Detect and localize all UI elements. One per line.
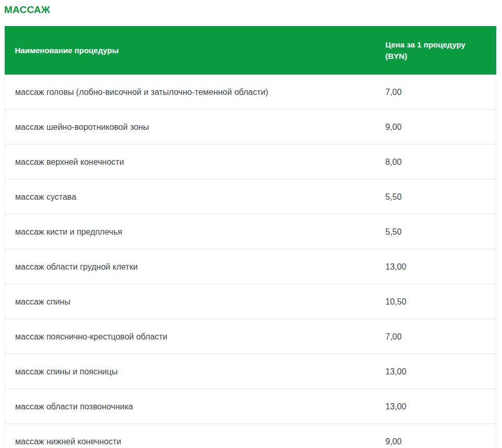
- procedure-name-cell: массаж верхней конечности: [5, 144, 375, 179]
- procedure-price-cell: 9,00: [375, 424, 496, 448]
- procedure-price-cell: 13,00: [375, 389, 496, 424]
- procedure-name-cell: массаж сустава: [5, 179, 375, 214]
- procedure-price-cell: 5,50: [375, 179, 496, 214]
- column-header-procedure-name: Наименование процедуры: [5, 26, 375, 75]
- table-row: массаж области грудной клетки13,00: [5, 249, 496, 284]
- procedure-name-cell: массаж спины и поясницы: [5, 354, 375, 389]
- table-row: массаж пояснично-крестцовой области7,00: [5, 319, 496, 354]
- table-row: массаж нижней конечности9,00: [5, 424, 496, 448]
- procedure-name-cell: массаж спины: [5, 284, 375, 319]
- procedure-price-cell: 10,50: [375, 284, 496, 319]
- table-row: массаж шейно-воротниковой зоны9,00: [5, 110, 496, 144]
- table-header-row: Наименование процедуры Цена за 1 процеду…: [5, 26, 496, 75]
- procedure-name-cell: массаж головы (лобно-височной и затылочн…: [5, 75, 375, 110]
- procedure-name-cell: массаж области грудной клетки: [5, 249, 375, 284]
- table-row: массаж области позвоночника13,00: [5, 389, 496, 424]
- table-row: массаж кисти и предплечья5,50: [5, 214, 496, 249]
- procedure-name-cell: массаж шейно-воротниковой зоны: [5, 110, 375, 144]
- procedure-name-cell: массаж нижней конечности: [5, 424, 375, 448]
- price-table: Наименование процедуры Цена за 1 процеду…: [4, 26, 496, 448]
- price-section: МАССАЖ Наименование процедуры Цена за 1 …: [0, 0, 502, 448]
- procedure-name-cell: массаж кисти и предплечья: [5, 214, 375, 249]
- procedure-name-cell: массаж пояснично-крестцовой области: [5, 319, 375, 354]
- procedure-price-cell: 7,00: [375, 319, 496, 354]
- procedure-price-cell: 7,00: [375, 75, 496, 110]
- table-row: массаж верхней конечности8,00: [5, 144, 496, 179]
- procedure-price-cell: 8,00: [375, 144, 496, 179]
- procedure-name-cell: массаж области позвоночника: [5, 389, 375, 424]
- table-row: массаж спины и поясницы13,00: [5, 354, 496, 389]
- column-header-price: Цена за 1 процедуру (BYN): [375, 26, 496, 75]
- procedure-price-cell: 9,00: [375, 110, 496, 144]
- table-row: массаж спины10,50: [5, 284, 496, 319]
- table-row: массаж сустава5,50: [5, 179, 496, 214]
- procedure-price-cell: 13,00: [375, 354, 496, 389]
- procedure-price-cell: 13,00: [375, 249, 496, 284]
- procedure-price-cell: 5,50: [375, 214, 496, 249]
- table-row: массаж головы (лобно-височной и затылочн…: [5, 75, 496, 110]
- section-title: МАССАЖ: [4, 5, 496, 15]
